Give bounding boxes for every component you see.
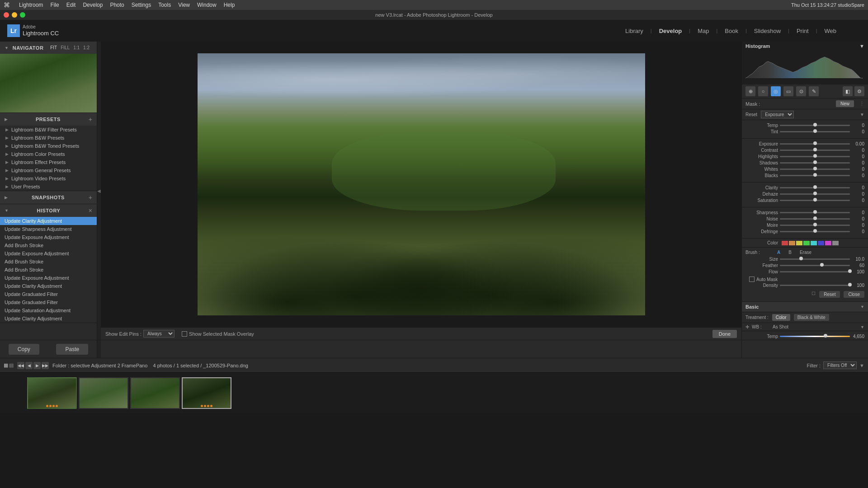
settings-icon[interactable]: ⚙ — [854, 86, 864, 96]
menu-window[interactable]: Window — [197, 2, 217, 8]
filmstrip-thumb-4[interactable] — [182, 377, 231, 409]
size-track[interactable] — [780, 258, 850, 260]
history-item-add-brush-1[interactable]: Add Brush Stroke — [0, 241, 97, 249]
history-item-add-brush-3[interactable]: Add Brush Stroke — [0, 266, 97, 274]
reset-btn[interactable]: Reset — [745, 112, 757, 117]
filmstrip-thumb-1[interactable] — [27, 377, 77, 409]
treatment-color-btn[interactable]: Color — [772, 314, 790, 321]
prev-btn[interactable]: ◀ — [25, 362, 33, 369]
history-item-exposure-adj-2[interactable]: Update Exposure Adjustment — [0, 249, 97, 258]
panel-options-icon[interactable]: ▼ — [860, 112, 864, 117]
menu-lightroom[interactable]: Lightroom — [19, 2, 43, 8]
history-item-clarity-adj-2[interactable]: Update Clarity Adjustment — [0, 282, 97, 290]
mask-options-icon[interactable]: ⋮ — [859, 101, 864, 107]
history-item-exposure-adj-3[interactable]: Update Exposure Adjustment — [0, 274, 97, 282]
brush-b-btn[interactable]: B — [787, 249, 793, 255]
next-btn[interactable]: ▶ — [33, 362, 41, 369]
sharpness-track[interactable] — [780, 212, 850, 213]
nav-1to1-btn[interactable]: 1:1 — [73, 45, 80, 50]
done-button[interactable]: Done — [712, 330, 737, 338]
color-swatch[interactable] — [782, 241, 839, 245]
grid-view-icon[interactable]: ▤ — [9, 362, 14, 368]
preset-item[interactable]: ▶Lightroom Effect Presets — [0, 158, 97, 166]
shadows-track[interactable] — [780, 162, 850, 164]
contrast-track[interactable] — [780, 150, 850, 151]
moire-track[interactable] — [780, 225, 850, 226]
filter-select[interactable]: Filters Off — [823, 361, 857, 369]
preset-item[interactable]: ▶Lightroom General Presets — [0, 166, 97, 174]
dehaze-track[interactable] — [780, 193, 850, 195]
left-panel-collapse-arrow[interactable]: ◀ — [97, 42, 101, 340]
flow-track[interactable] — [780, 271, 850, 272]
menu-develop[interactable]: Develop — [83, 2, 103, 8]
copy-btn[interactable]: Copy — [9, 344, 39, 355]
tab-slideshow[interactable]: Slideshow — [748, 26, 787, 36]
tint-track[interactable] — [780, 131, 850, 132]
defringe-track[interactable] — [780, 231, 850, 232]
menu-help[interactable]: Help — [224, 2, 235, 8]
show-edit-pins-select[interactable]: Always Never Auto Selected — [143, 330, 175, 338]
saturation-track[interactable] — [780, 200, 850, 201]
brush-a-btn[interactable]: A — [775, 249, 782, 255]
brush-checkbox-icon[interactable]: ☐ — [811, 291, 816, 298]
maximize-window-btn[interactable] — [20, 12, 25, 18]
history-item-add-brush-2[interactable]: Add Brush Stroke — [0, 258, 97, 266]
menu-view[interactable]: View — [178, 2, 190, 8]
basic-panel-collapse-icon[interactable]: ▼ — [860, 305, 864, 309]
history-header[interactable]: ▼ History × — [0, 204, 97, 217]
preset-item[interactable]: ▶Lightroom Color Presets — [0, 150, 97, 158]
brush-erase-btn[interactable]: Erase — [798, 249, 813, 255]
preset-item[interactable]: ▶Lightroom B&W Filter Presets — [0, 126, 97, 134]
tab-library[interactable]: Library — [619, 26, 650, 36]
noise-track[interactable] — [780, 218, 850, 220]
tab-map[interactable]: Map — [691, 26, 715, 36]
spot-removal-tool[interactable]: ○ — [758, 86, 768, 96]
highlights-track[interactable] — [780, 156, 850, 157]
history-item-sharpness-adj[interactable]: Update Sharpness Adjustment — [0, 225, 97, 233]
filter-expand-icon[interactable]: ▼ — [859, 363, 864, 368]
redeye-tool[interactable]: ◎ — [771, 86, 781, 96]
filmstrip-thumb-2[interactable] — [79, 377, 128, 409]
temp-track[interactable] — [780, 125, 850, 126]
menu-photo[interactable]: Photo — [110, 2, 124, 8]
blacks-track[interactable] — [780, 175, 850, 176]
menu-tools[interactable]: Tools — [158, 2, 171, 8]
auto-mask-checkbox[interactable] — [749, 277, 755, 282]
exposure-dropdown[interactable]: Exposure — [761, 111, 794, 118]
wb-dropdown-icon[interactable]: ▼ — [860, 325, 864, 329]
history-close-btn[interactable]: × — [89, 207, 92, 214]
prev-prev-btn[interactable]: ◀◀ — [17, 362, 24, 369]
minimize-window-btn[interactable] — [12, 12, 17, 18]
single-view-icon[interactable]: ▦ — [4, 362, 8, 368]
show-mask-checkbox[interactable] — [182, 331, 187, 337]
nav-1to2-btn[interactable]: 1:2 — [83, 45, 90, 50]
basic-panel-header[interactable]: Basic ▼ — [742, 302, 868, 312]
menu-file[interactable]: File — [50, 2, 59, 8]
tab-book[interactable]: Book — [718, 26, 745, 36]
snapshots-header[interactable]: ▶ Snapshots + — [0, 191, 97, 204]
density-track[interactable] — [780, 285, 850, 286]
paste-btn[interactable]: Paste — [56, 344, 88, 355]
crop-tool[interactable]: ⊕ — [745, 86, 755, 96]
graduated-filter-tool[interactable]: ▭ — [783, 86, 793, 96]
before-after-icon[interactable]: ◧ — [843, 86, 853, 96]
filmstrip-thumb-3[interactable] — [130, 377, 180, 409]
history-item-graduated-1[interactable]: Update Graduated Filter — [0, 290, 97, 298]
menu-edit[interactable]: Edit — [66, 2, 76, 8]
history-item-saturation-adj[interactable]: Update Saturation Adjustment — [0, 306, 97, 314]
histogram-collapse[interactable]: ▼ — [859, 43, 864, 49]
adjustment-brush-tool[interactable]: ✎ — [809, 86, 819, 96]
tab-web[interactable]: Web — [818, 26, 843, 36]
snapshots-add-btn[interactable]: + — [89, 194, 92, 201]
radial-filter-tool[interactable]: ⊙ — [796, 86, 806, 96]
nav-fit-btn[interactable]: FIT — [50, 45, 57, 50]
preset-item[interactable]: ▶User Presets — [0, 183, 97, 191]
preset-item[interactable]: ▶Lightroom B&W Toned Presets — [0, 142, 97, 150]
next-next-btn[interactable]: ▶▶ — [42, 362, 49, 369]
menu-settings[interactable]: Settings — [132, 2, 151, 8]
feather-track[interactable] — [780, 265, 850, 266]
apple-menu[interactable]: ⌘ — [4, 1, 10, 9]
history-item-clarity-adj-3[interactable]: Update Clarity Adjustment — [0, 314, 97, 323]
nav-fill-btn[interactable]: FILL — [61, 45, 70, 50]
basic-temp-track[interactable] — [780, 336, 850, 337]
